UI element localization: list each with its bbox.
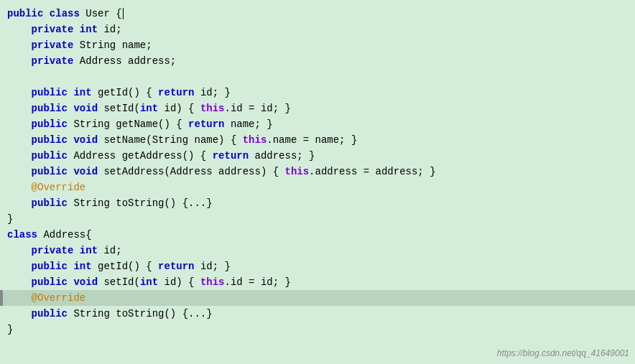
line-content-1: public class User { — [3, 6, 124, 22]
code-line-2: private int id; — [0, 22, 635, 37]
code-line-10: public Address getAddress() { return add… — [0, 148, 635, 164]
line-content-14: } — [3, 211, 13, 227]
code-line-16: private int id; — [0, 243, 635, 258]
code-line-11: public void setAddress(Address address) … — [0, 164, 635, 179]
code-line-20: public String toString() {...} — [0, 306, 635, 322]
code-editor: public class User { private int id; priv… — [0, 0, 635, 364]
line-content-20: public String toString() {...} — [3, 306, 213, 322]
code-line-1: public class User { — [0, 6, 635, 22]
code-line-18: public void setId(int id) { this.id = id… — [0, 274, 635, 290]
line-content-13: public String toString() {...} — [3, 195, 213, 211]
code-line-6: public int getId() { return id; } — [0, 85, 635, 101]
line-content-7: public void setId(int id) { this.id = id… — [3, 101, 291, 116]
line-content-15: class Address{ — [3, 227, 92, 243]
line-content-17: public int getId() { return id; } — [3, 258, 231, 274]
watermark: https://blog.csdn.net/qq_41649001 — [497, 348, 629, 358]
code-line-4: private Address address; — [0, 53, 635, 69]
code-line-17: public int getId() { return id; } — [0, 258, 635, 274]
code-line-14: } — [0, 211, 635, 227]
code-line-7: public void setId(int id) { this.id = id… — [0, 101, 635, 116]
line-content-16: private int id; — [3, 243, 122, 258]
line-content-11: public void setAddress(Address address) … — [3, 164, 436, 179]
code-line-9: public void setName(String name) { this.… — [0, 132, 635, 148]
code-line-5 — [0, 69, 635, 85]
code-line-3: private String name; — [0, 37, 635, 53]
line-content-19: @Override — [3, 290, 85, 306]
code-line-21: } — [0, 322, 635, 337]
line-content-9: public void setName(String name) { this.… — [3, 132, 357, 148]
code-line-15: class Address{ — [0, 227, 635, 243]
line-content-8: public String getName() { return name; } — [3, 116, 273, 132]
code-line-13: public String toString() {...} — [0, 195, 635, 211]
code-line-19: @Override — [0, 290, 635, 306]
code-line-8: public String getName() { return name; } — [0, 116, 635, 132]
line-content-21: } — [3, 322, 13, 337]
line-content-3: private String name; — [3, 37, 152, 53]
line-content-2: private int id; — [3, 22, 122, 37]
line-content-5 — [3, 69, 13, 85]
code-line-12: @Override — [0, 179, 635, 195]
line-content-12: @Override — [3, 179, 85, 195]
line-content-18: public void setId(int id) { this.id = id… — [3, 274, 291, 290]
line-content-10: public Address getAddress() { return add… — [3, 148, 315, 164]
line-content-6: public int getId() { return id; } — [3, 85, 231, 101]
line-content-4: private Address address; — [3, 53, 176, 69]
